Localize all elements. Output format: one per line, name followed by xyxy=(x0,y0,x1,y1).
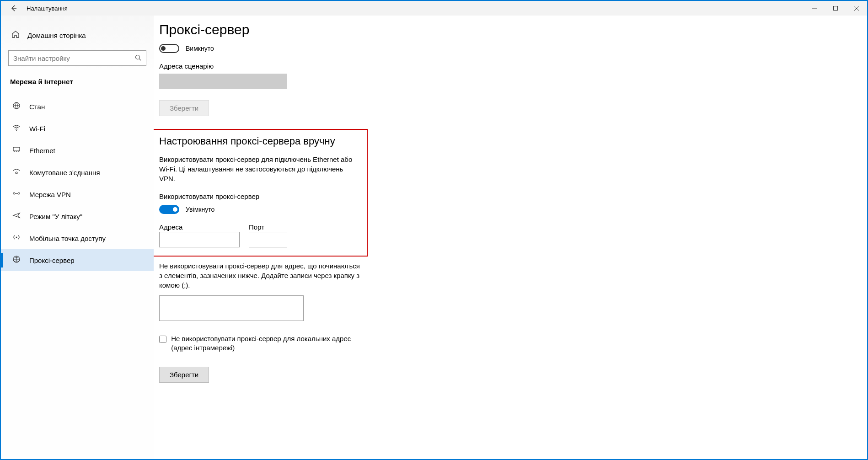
maximize-button[interactable] xyxy=(825,1,846,16)
airplane-icon xyxy=(12,211,21,221)
sidebar-item-ethernet[interactable]: Ethernet xyxy=(1,139,154,161)
minimize-button[interactable] xyxy=(804,1,825,16)
auto-detect-toggle-label: Вимкнуто xyxy=(186,45,214,52)
home-link[interactable]: Домашня сторінка xyxy=(8,26,146,50)
save-manual-button[interactable]: Зберегти xyxy=(159,367,209,383)
minimize-icon xyxy=(812,6,817,11)
svg-point-4 xyxy=(136,55,140,59)
svg-point-16 xyxy=(16,237,17,238)
bypass-local-label: Не використовувати проксі-сервер для лок… xyxy=(171,334,370,353)
sidebar-item-status[interactable]: Стан xyxy=(1,96,154,118)
close-icon xyxy=(854,6,859,11)
search-box[interactable] xyxy=(8,50,146,66)
sidebar-item-label: Комутоване з'єднання xyxy=(29,169,100,177)
exceptions-textarea[interactable] xyxy=(159,295,304,321)
use-proxy-toggle-row: Увімкнуто xyxy=(159,205,360,214)
titlebar: Налаштування xyxy=(1,1,867,16)
sidebar: Домашня сторінка Мережа й Інтернет Стан … xyxy=(1,16,154,459)
sidebar-item-label: Режим "У літаку" xyxy=(29,213,82,220)
search-input[interactable] xyxy=(13,54,135,62)
sidebar-item-label: Мережа VPN xyxy=(29,191,71,198)
use-proxy-toggle[interactable] xyxy=(159,205,179,214)
wifi-icon xyxy=(12,123,21,134)
auto-detect-toggle[interactable] xyxy=(159,44,179,53)
sidebar-item-label: Мобільна точка доступу xyxy=(29,235,106,242)
category-label: Мережа й Інтернет xyxy=(8,78,146,86)
ethernet-icon xyxy=(12,145,21,155)
svg-point-7 xyxy=(16,130,17,131)
home-label: Домашня сторінка xyxy=(27,32,86,39)
sidebar-item-vpn[interactable]: Мережа VPN xyxy=(1,183,154,205)
vpn-icon xyxy=(12,189,21,199)
bypass-local-checkbox[interactable] xyxy=(159,335,166,344)
sidebar-item-dialup[interactable]: Комутоване з'єднання xyxy=(1,161,154,183)
sidebar-item-label: Стан xyxy=(29,103,45,111)
port-label: Порт xyxy=(249,223,287,231)
exceptions-description: Не використовувати проксі-сервер для адр… xyxy=(159,261,360,290)
home-icon xyxy=(11,30,20,40)
sidebar-item-label: Проксі-сервер xyxy=(29,257,75,264)
back-button[interactable] xyxy=(5,1,23,16)
script-address-input xyxy=(159,74,287,89)
search-icon xyxy=(135,54,141,62)
sidebar-item-label: Wi-Fi xyxy=(29,125,45,133)
manual-proxy-heading: Настроювання проксі-сервера вручну xyxy=(159,135,360,147)
port-input[interactable] xyxy=(249,232,287,247)
use-proxy-toggle-label: Увімкнуто xyxy=(186,206,214,213)
sidebar-item-proxy[interactable]: Проксі-сервер xyxy=(1,249,154,271)
use-proxy-label: Використовувати проксі-сервер xyxy=(159,193,360,200)
page-title: Проксі-сервер xyxy=(159,22,867,37)
dialup-icon xyxy=(12,167,21,177)
hotspot-icon xyxy=(12,233,21,243)
sidebar-item-wifi[interactable]: Wi-Fi xyxy=(1,118,154,139)
proxy-icon xyxy=(12,255,21,265)
status-icon xyxy=(12,102,21,112)
back-arrow-icon xyxy=(10,5,17,12)
sidebar-item-hotspot[interactable]: Мобільна точка доступу xyxy=(1,227,154,249)
maximize-icon xyxy=(833,6,838,11)
window-controls xyxy=(804,1,867,16)
save-script-button: Зберегти xyxy=(159,100,209,116)
script-address-label: Адреса сценарію xyxy=(159,62,867,70)
window-title: Налаштування xyxy=(27,5,68,12)
svg-point-12 xyxy=(16,172,17,174)
close-button[interactable] xyxy=(846,1,867,16)
address-label: Адреса xyxy=(159,223,240,231)
sidebar-item-label: Ethernet xyxy=(29,147,55,155)
sidebar-item-airplane[interactable]: Режим "У літаку" xyxy=(1,205,154,227)
auto-detect-toggle-row: Вимкнуто xyxy=(159,44,867,53)
svg-rect-8 xyxy=(13,147,20,151)
manual-proxy-description: Використовувати проксі-сервер для підклю… xyxy=(159,155,360,183)
address-input[interactable] xyxy=(159,232,240,247)
svg-point-13 xyxy=(13,193,15,194)
content-area: Проксі-сервер Вимкнуто Адреса сценарію З… xyxy=(154,16,867,459)
svg-rect-1 xyxy=(834,6,838,11)
manual-proxy-highlight: Настроювання проксі-сервера вручну Викор… xyxy=(154,129,368,257)
svg-line-5 xyxy=(139,59,141,60)
svg-point-14 xyxy=(18,193,20,194)
